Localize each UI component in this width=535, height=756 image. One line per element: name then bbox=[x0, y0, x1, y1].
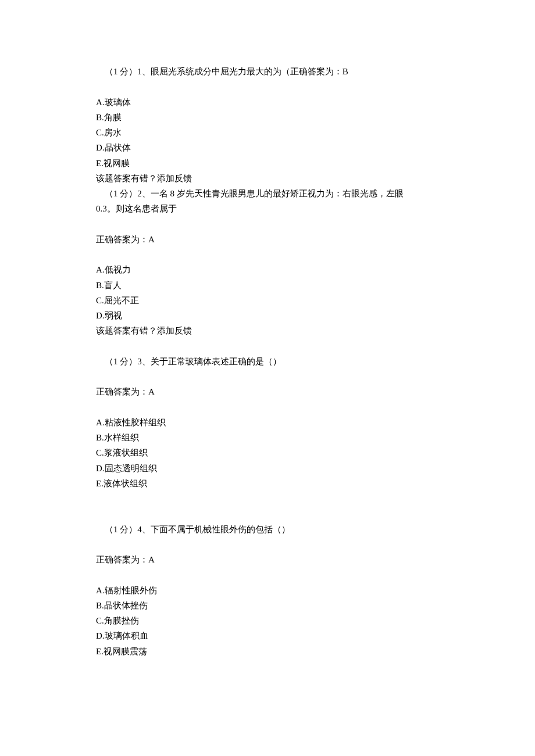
q2-header: （1 分）2、一名 8 岁先天性青光眼男患儿的最好矫正视力为：右眼光感，左眼 bbox=[96, 186, 439, 201]
q2-option-a: A.低视力 bbox=[96, 262, 439, 277]
q1-feedback[interactable]: 该题答案有错？添加反馈 bbox=[96, 171, 439, 186]
blank-line bbox=[96, 567, 439, 582]
blank-line bbox=[96, 400, 439, 415]
q4-option-b: B.晶状体挫伤 bbox=[96, 598, 439, 613]
q1-header: （1 分）1、眼屈光系统成分中屈光力最大的为（正确答案为：B bbox=[96, 64, 439, 79]
blank-line bbox=[96, 247, 439, 262]
q1-option-c: C.房水 bbox=[96, 125, 439, 140]
q1-option-d: D.晶状体 bbox=[96, 140, 439, 155]
q3-option-e: E.液体状组织 bbox=[96, 476, 439, 491]
blank-line bbox=[96, 339, 439, 354]
q4-header: （1 分）4、下面不属于机械性眼外伤的包括（） bbox=[96, 522, 439, 537]
question-1: （1 分）1、眼屈光系统成分中屈光力最大的为（正确答案为：B A.玻璃体 B.角… bbox=[96, 64, 439, 186]
q3-answer: 正确答案为：A bbox=[96, 384, 439, 399]
q3-option-d: D.固态透明组织 bbox=[96, 461, 439, 476]
q2-option-d: D.弱视 bbox=[96, 308, 439, 323]
q4-option-e: E.视网膜震荡 bbox=[96, 644, 439, 659]
q2-answer: 正确答案为：A bbox=[96, 232, 439, 247]
q2-option-b: B.盲人 bbox=[96, 278, 439, 293]
q2-header-line2: 0.3。则这名患者属于 bbox=[96, 201, 439, 216]
q1-option-e: E.视网膜 bbox=[96, 156, 439, 171]
question-2: （1 分）2、一名 8 岁先天性青光眼男患儿的最好矫正视力为：右眼光感，左眼 0… bbox=[96, 186, 439, 339]
blank-line bbox=[96, 537, 439, 552]
q4-option-a: A.辐射性眼外伤 bbox=[96, 583, 439, 598]
question-4: （1 分）4、下面不属于机械性眼外伤的包括（） 正确答案为：A A.辐射性眼外伤… bbox=[96, 522, 439, 659]
blank-line bbox=[96, 79, 439, 94]
question-3: （1 分）3、关于正常玻璃体表述正确的是（） 正确答案为：A A.粘液性胶样组织… bbox=[96, 354, 439, 491]
q1-option-b: B.角膜 bbox=[96, 110, 439, 125]
q3-option-c: C.浆液状组织 bbox=[96, 445, 439, 460]
q3-option-a: A.粘液性胶样组织 bbox=[96, 415, 439, 430]
q3-header: （1 分）3、关于正常玻璃体表述正确的是（） bbox=[96, 354, 439, 369]
blank-line bbox=[96, 491, 439, 506]
q4-option-c: C.角膜挫伤 bbox=[96, 613, 439, 628]
q4-answer: 正确答案为：A bbox=[96, 552, 439, 567]
q1-option-a: A.玻璃体 bbox=[96, 95, 439, 110]
q2-option-c: C.屈光不正 bbox=[96, 293, 439, 308]
blank-line bbox=[96, 369, 439, 384]
blank-line bbox=[96, 217, 439, 232]
q2-feedback[interactable]: 该题答案有错？添加反馈 bbox=[96, 323, 439, 338]
q3-option-b: B.水样组织 bbox=[96, 430, 439, 445]
q4-option-d: D.玻璃体积血 bbox=[96, 628, 439, 643]
blank-line bbox=[96, 506, 439, 521]
